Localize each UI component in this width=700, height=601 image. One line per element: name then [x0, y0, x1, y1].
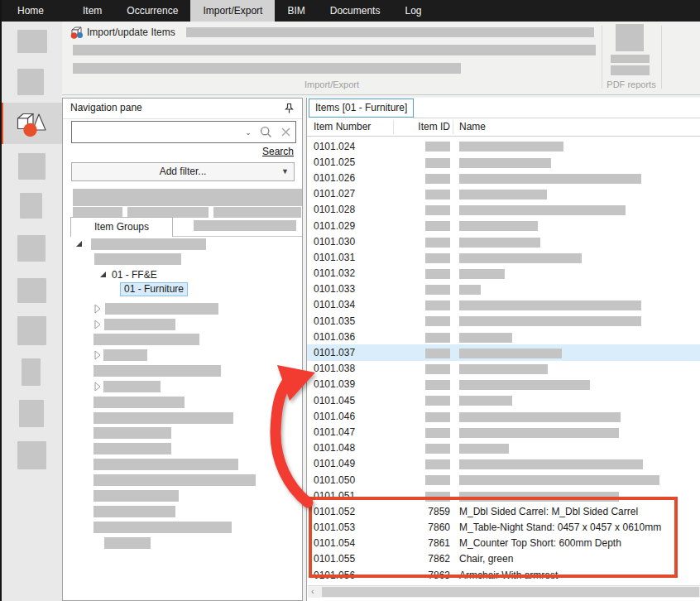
search-icon[interactable] — [256, 122, 276, 142]
column-separator[interactable] — [393, 120, 394, 134]
tree-node[interactable] — [63, 505, 302, 518]
add-filter-button[interactable]: Add filter... ▼ — [71, 162, 295, 181]
table-row[interactable]: 0101.050 — [307, 472, 700, 488]
tree-collapsed-icon[interactable] — [94, 350, 101, 363]
sidebar-item-redacted[interactable] — [19, 400, 44, 427]
table-row[interactable]: 0101.024 — [307, 138, 700, 154]
tree-node[interactable] — [63, 396, 302, 409]
menu-tab-item[interactable]: Item — [70, 0, 114, 22]
tree-node[interactable] — [63, 302, 302, 315]
tree-node[interactable] — [63, 380, 302, 393]
scrollbar-thumb[interactable] — [322, 587, 699, 597]
table-row[interactable]: 0101.0567863Armchair With armrest — [307, 567, 700, 583]
tree-expanded-icon[interactable] — [76, 241, 82, 247]
cell-name — [453, 267, 700, 279]
sidebar-item-redacted[interactable] — [20, 193, 42, 219]
table-row[interactable]: 0101.025 — [307, 154, 700, 170]
sidebar-item-redacted[interactable] — [17, 69, 44, 95]
tree-node[interactable] — [63, 489, 302, 502]
tab-item-groups[interactable]: Item Groups — [70, 217, 173, 237]
redacted-item-id — [425, 428, 450, 438]
tree-node[interactable] — [63, 349, 302, 362]
sidebar-item-redacted[interactable] — [18, 153, 46, 180]
menu-tab-occurrence[interactable]: Occurrence — [114, 0, 190, 22]
column-separator[interactable] — [453, 120, 453, 134]
tree-node-label[interactable]: 01 - FF&E — [112, 268, 157, 281]
tree-node[interactable] — [63, 411, 302, 425]
tree-node[interactable] — [63, 426, 302, 440]
table-row[interactable]: 0101.029 — [307, 218, 700, 233]
tree-collapsed-icon[interactable] — [94, 304, 101, 316]
tab-redacted[interactable] — [194, 220, 296, 231]
table-row[interactable]: 0101.0537860M_Table-Night Stand: 0457 x … — [307, 520, 700, 536]
table-row[interactable]: 0101.048 — [307, 440, 700, 456]
table-row[interactable]: 0101.027 — [307, 186, 700, 202]
tree-node[interactable]: 01 - FF&E — [63, 268, 302, 281]
tree-node[interactable] — [63, 458, 302, 471]
search-link[interactable]: Search — [262, 146, 294, 157]
menu-tab-home[interactable]: Home — [0, 0, 61, 22]
search-input[interactable] — [72, 124, 241, 141]
table-row[interactable]: 0101.038 — [307, 361, 700, 377]
column-header-item-number[interactable]: Item Number — [314, 118, 371, 136]
cell-item-number: 0101.029 — [307, 220, 393, 232]
horizontal-scrollbar[interactable]: ‹ — [308, 585, 700, 598]
tree-collapsed-icon[interactable] — [94, 320, 101, 332]
redacted-item-id — [425, 380, 450, 390]
tree-node[interactable] — [63, 536, 302, 550]
menu-tab-log[interactable]: Log — [392, 0, 434, 22]
import-update-items-button[interactable]: Import/update Items — [70, 24, 175, 41]
tree-expanded-icon[interactable] — [100, 272, 106, 277]
table-row[interactable]: 0101.0547861M_Counter Top Short: 600mm D… — [307, 536, 700, 551]
tree-node[interactable] — [63, 442, 302, 455]
column-header-item-id[interactable]: Item ID — [393, 118, 450, 136]
scroll-left-icon[interactable]: ‹ — [311, 586, 314, 597]
pin-icon[interactable] — [284, 103, 295, 114]
cell-name — [453, 378, 700, 390]
table-row[interactable]: 0101.049 — [307, 456, 700, 472]
table-row[interactable]: 0101.032 — [307, 266, 700, 281]
tab-items-furniture[interactable]: Items [01 - Furniture] — [309, 99, 414, 118]
tree-node[interactable] — [63, 333, 302, 346]
sidebar-item-redacted[interactable] — [22, 358, 41, 386]
menu-tab-bim[interactable]: BIM — [275, 0, 317, 22]
clear-search-icon[interactable] — [276, 122, 295, 142]
sidebar-item-redacted[interactable] — [17, 30, 47, 53]
tree-node[interactable] — [63, 521, 302, 534]
tree-node[interactable] — [63, 364, 302, 377]
table-row[interactable]: 0101.045 — [307, 392, 700, 408]
column-header-name[interactable]: Name — [459, 118, 486, 136]
table-row[interactable]: 0101.028 — [307, 202, 700, 218]
tree-node[interactable] — [63, 474, 302, 487]
chevron-down-icon[interactable]: ⌄ — [241, 122, 256, 142]
table-row[interactable]: 0101.039 — [307, 377, 700, 392]
cell-name — [453, 411, 700, 422]
tree-node[interactable]: 01 - Furniture — [63, 284, 302, 297]
table-row[interactable]: 0101.036 — [307, 329, 700, 344]
table-row[interactable]: 0101.0527859M_Dbl Sided Carrel: M_Dbl Si… — [307, 503, 700, 519]
tree-node-redacted-label — [93, 365, 221, 377]
table-row[interactable]: 0101.0557862Chair, green — [307, 551, 700, 567]
table-row[interactable]: 0101.046 — [307, 408, 700, 424]
table-row[interactable]: 0101.037 — [307, 344, 700, 360]
table-row[interactable]: 0101.031 — [307, 249, 700, 265]
table-row[interactable]: 0101.051 — [307, 488, 700, 503]
sidebar-item-redacted[interactable] — [17, 316, 46, 345]
sidebar-item-redacted[interactable] — [17, 235, 46, 262]
menu-tab-import-export[interactable]: Import/Export — [190, 0, 275, 22]
sidebar-item-redacted[interactable] — [17, 441, 46, 469]
table-row[interactable]: 0101.030 — [307, 233, 700, 249]
tree-node[interactable] — [63, 252, 302, 266]
table-row[interactable]: 0101.034 — [307, 297, 700, 313]
sidebar-item-redacted[interactable] — [17, 278, 46, 303]
tree-node[interactable] — [63, 318, 302, 331]
table-row[interactable]: 0101.033 — [307, 281, 700, 297]
table-row[interactable]: 0101.026 — [307, 170, 700, 185]
table-row[interactable]: 0101.047 — [307, 424, 700, 440]
tree-collapsed-icon[interactable] — [94, 382, 101, 394]
tree-node[interactable] — [63, 238, 302, 251]
tree-node-selected-label[interactable]: 01 - Furniture — [120, 282, 188, 296]
menu-tab-documents[interactable]: Documents — [318, 0, 393, 22]
sidebar-item-items-selected[interactable] — [0, 103, 62, 144]
table-row[interactable]: 0101.035 — [307, 313, 700, 329]
